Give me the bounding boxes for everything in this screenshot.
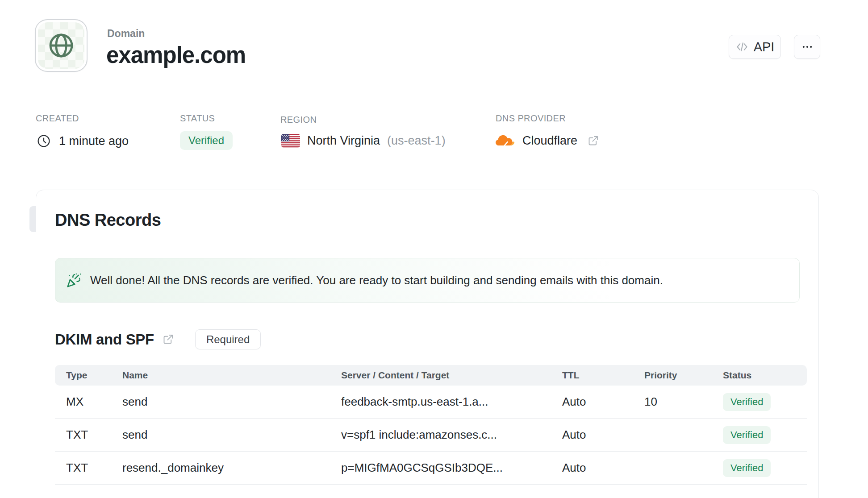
provider-external-link-icon[interactable] xyxy=(587,135,599,147)
dns-records-heading: DNS Records xyxy=(55,211,161,230)
record-ttl: Auto xyxy=(562,395,644,409)
record-content: feedback-smtp.us-east-1.a... xyxy=(341,395,562,409)
party-popper-icon xyxy=(66,272,82,288)
record-name: send xyxy=(122,395,341,409)
dkim-spf-section-header: DKIM and SPF Required xyxy=(55,329,261,349)
record-status-badge: Verified xyxy=(723,393,771,411)
globe-icon xyxy=(47,31,75,60)
created-label: CREATED xyxy=(36,113,79,124)
record-name: send xyxy=(122,428,341,442)
table-row: TXT send v=spf1 include:amazonses.c... A… xyxy=(55,419,807,452)
record-name: resend._domainkey xyxy=(122,461,341,475)
clock-icon xyxy=(37,134,51,148)
record-type: TXT xyxy=(55,428,122,442)
domain-avatar xyxy=(35,19,88,72)
region-name: North Virginia xyxy=(307,134,380,148)
cloudflare-icon xyxy=(495,134,515,148)
col-status: Status xyxy=(723,370,807,381)
required-badge: Required xyxy=(195,329,261,349)
record-content: v=spf1 include:amazonses.c... xyxy=(341,428,562,442)
record-ttl: Auto xyxy=(562,461,644,475)
success-banner-text: Well done! All the DNS records are verif… xyxy=(90,274,663,287)
col-priority: Priority xyxy=(644,370,723,381)
record-content: p=MIGfMA0GCSqGSIb3DQE... xyxy=(341,461,562,475)
table-header-row: Type Name Server / Content / Target TTL … xyxy=(55,365,807,386)
status-label: STATUS xyxy=(180,113,215,124)
code-icon xyxy=(735,40,749,54)
region-value: North Virginia (us-east-1) xyxy=(281,134,446,148)
provider-label: DNS PROVIDER xyxy=(496,113,566,124)
record-status-badge: Verified xyxy=(723,426,771,444)
success-banner: Well done! All the DNS records are verif… xyxy=(55,258,800,303)
region-label: REGION xyxy=(280,115,317,125)
region-code: (us-east-1) xyxy=(387,134,446,148)
col-name: Name xyxy=(122,370,341,381)
created-text: 1 minute ago xyxy=(59,134,129,148)
dns-records-table: Type Name Server / Content / Target TTL … xyxy=(55,365,807,485)
provider-name: Cloudflare xyxy=(522,134,577,148)
record-priority: 10 xyxy=(644,395,723,409)
table-row: MX send feedback-smtp.us-east-1.a... Aut… xyxy=(55,386,807,419)
col-type: Type xyxy=(55,370,122,381)
api-button[interactable]: API xyxy=(729,35,781,59)
us-flag-icon xyxy=(281,134,300,148)
dns-records-card: DNS Records Well done! All the DNS recor… xyxy=(36,190,819,498)
page-title: example.com xyxy=(106,42,246,68)
record-status-badge: Verified xyxy=(723,459,771,477)
dkim-external-link-icon[interactable] xyxy=(162,333,174,345)
col-content: Server / Content / Target xyxy=(341,370,562,381)
more-button[interactable] xyxy=(794,35,820,59)
ellipsis-icon xyxy=(801,41,814,53)
record-ttl: Auto xyxy=(562,428,644,442)
dkim-spf-title: DKIM and SPF xyxy=(55,331,154,348)
created-value: 1 minute ago xyxy=(37,134,129,148)
provider-value: Cloudflare xyxy=(495,134,599,148)
record-type: TXT xyxy=(55,461,122,475)
table-row: TXT resend._domainkey p=MIGfMA0GCSqGSIb3… xyxy=(55,452,807,485)
status-badge: Verified xyxy=(180,131,233,150)
api-button-label: API xyxy=(754,40,775,54)
col-ttl: TTL xyxy=(562,370,644,381)
record-type: MX xyxy=(55,395,122,409)
page-eyebrow: Domain xyxy=(107,28,145,40)
